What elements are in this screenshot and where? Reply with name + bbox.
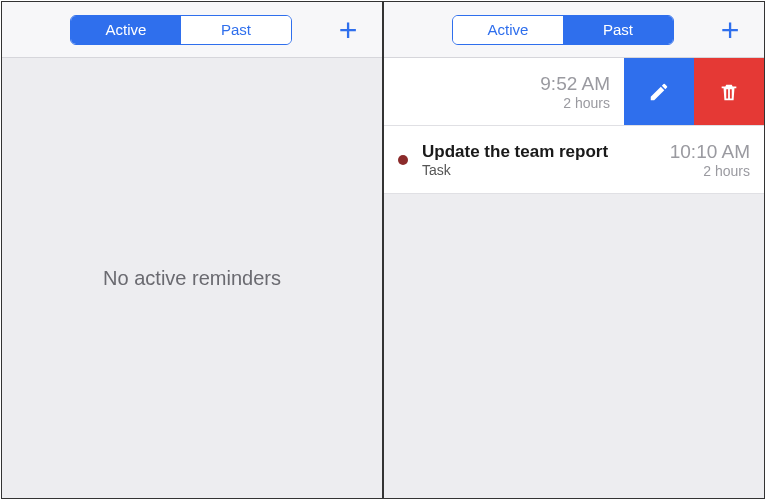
segmented-control: Active Past bbox=[452, 15, 674, 45]
segmented-control: Active Past bbox=[70, 15, 292, 45]
reminder-time: 9:52 AM bbox=[540, 73, 610, 95]
reminder-list: reak! 9:52 AM 2 hours bbox=[384, 58, 764, 194]
reminder-duration: 2 hours bbox=[703, 163, 750, 179]
tab-past[interactable]: Past bbox=[181, 16, 291, 44]
list-item-content: reak! 9:52 AM 2 hours bbox=[383, 58, 624, 125]
body: reak! 9:52 AM 2 hours bbox=[384, 58, 764, 498]
tab-active[interactable]: Active bbox=[71, 16, 181, 44]
list-item-content: Update the team report Task 10:10 AM 2 h… bbox=[384, 126, 764, 193]
tab-past[interactable]: Past bbox=[563, 16, 673, 44]
pencil-icon bbox=[648, 81, 670, 103]
delete-button[interactable] bbox=[694, 58, 764, 125]
status-dot-column bbox=[384, 155, 422, 165]
body: No active reminders bbox=[2, 58, 382, 498]
time-column: 10:10 AM 2 hours bbox=[670, 141, 750, 179]
header: Active Past + bbox=[384, 2, 764, 58]
list-item[interactable]: Update the team report Task 10:10 AM 2 h… bbox=[384, 126, 764, 194]
list-item[interactable]: reak! 9:52 AM 2 hours bbox=[384, 58, 764, 126]
reminder-duration: 2 hours bbox=[563, 95, 610, 111]
empty-state: No active reminders bbox=[2, 58, 382, 498]
text-column: Update the team report Task bbox=[422, 142, 670, 178]
time-column: 9:52 AM 2 hours bbox=[540, 73, 610, 111]
trash-icon bbox=[718, 81, 740, 103]
reminder-title: reak! bbox=[383, 82, 540, 102]
add-button[interactable]: + bbox=[708, 2, 752, 57]
header: Active Past + bbox=[2, 2, 382, 58]
plus-icon: + bbox=[721, 14, 740, 46]
reminder-subtitle: Task bbox=[422, 162, 660, 178]
reminder-time: 10:10 AM bbox=[670, 141, 750, 163]
swipe-actions bbox=[624, 58, 764, 125]
reminder-title: Update the team report bbox=[422, 142, 660, 162]
pane-active: Active Past + No active reminders bbox=[1, 1, 383, 499]
pane-past: Active Past + reak! 9:52 AM 2 hours bbox=[383, 1, 765, 499]
edit-button[interactable] bbox=[624, 58, 694, 125]
plus-icon: + bbox=[339, 14, 358, 46]
tab-active[interactable]: Active bbox=[453, 16, 563, 44]
status-dot bbox=[398, 155, 408, 165]
add-button[interactable]: + bbox=[326, 2, 370, 57]
